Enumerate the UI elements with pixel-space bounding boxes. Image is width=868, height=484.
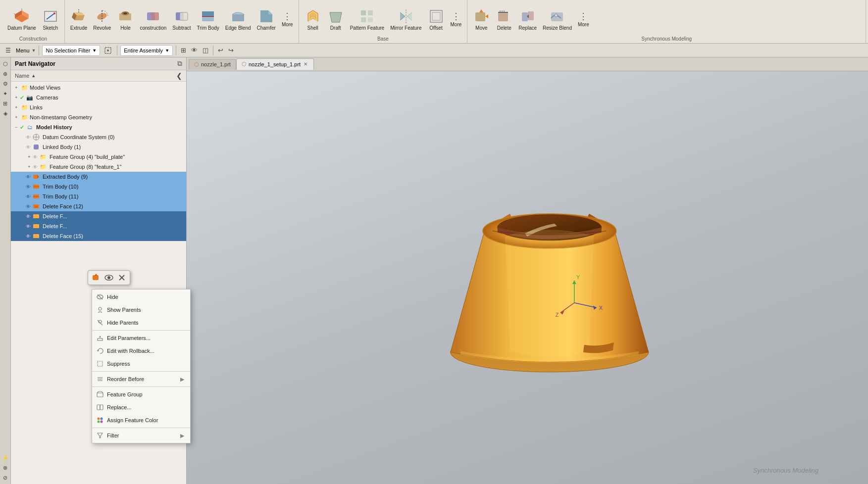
mini-show-button[interactable] xyxy=(103,272,115,284)
tree-item-model-history[interactable]: − ✔ 🗂 Model History xyxy=(11,122,186,132)
expander-cameras[interactable]: + xyxy=(13,94,20,101)
tb2-separator-4 xyxy=(213,46,213,55)
tab-nozzle1-label: nozzle_1.prt xyxy=(201,61,231,67)
mini-close-button[interactable] xyxy=(116,272,128,284)
selection-options-button[interactable] xyxy=(102,45,114,56)
sketch-label: Sketch xyxy=(43,25,58,31)
delete-btn[interactable]: Delete xyxy=(493,6,515,33)
selection-filter-dropdown[interactable]: No Selection Filter ▼ xyxy=(42,45,100,56)
pattern-feature-button[interactable]: Pattern Feature xyxy=(348,6,387,33)
left-icon-1[interactable]: ⬡ xyxy=(1,59,10,68)
mini-move-button[interactable] xyxy=(90,272,102,284)
left-icon-bottom-3[interactable]: ⊘ xyxy=(1,473,10,482)
chamfer-button[interactable]: Chamfer xyxy=(255,6,278,33)
snap-icon[interactable]: ⊞ xyxy=(179,46,188,55)
expander-fg8[interactable]: + xyxy=(26,163,33,170)
left-icon-bottom-1[interactable]: ⚡ xyxy=(1,453,10,462)
left-icon-bottom-2[interactable]: ⊗ xyxy=(1,463,10,472)
layer-icon[interactable]: ◫ xyxy=(201,46,210,55)
tree-item-cameras[interactable]: + ✔ 📷 Cameras xyxy=(11,93,186,102)
ctx-hide[interactable]: Hide xyxy=(92,290,190,303)
left-icon-6[interactable]: ◈ xyxy=(1,109,10,118)
delete-label: Delete xyxy=(497,25,511,31)
tree-item-non-timestamp[interactable]: + 📁 Non-timestamp Geometry xyxy=(11,112,186,122)
menu-toggle-button[interactable]: ☰ xyxy=(2,45,14,56)
unite-button[interactable]: construction xyxy=(137,6,169,33)
tab-nozzle1[interactable]: ⬡ nozzle_1.prt xyxy=(189,59,236,70)
tree-item-delete-15[interactable]: 👁 Delete Face (15) xyxy=(11,231,186,241)
base-more-button[interactable]: ⋮ More xyxy=(448,10,464,29)
nav-panel-undock[interactable]: ⧉ xyxy=(177,59,182,68)
extrude-button[interactable]: Extrude xyxy=(68,6,90,33)
left-icon-3[interactable]: ⚙ xyxy=(1,79,10,88)
tree-item-trim-11[interactable]: 👁 Trim Body (11) xyxy=(11,192,186,201)
tree-item-delete-13[interactable]: 👁 Delete F... xyxy=(11,211,186,221)
left-icon-4[interactable]: ✦ xyxy=(1,89,10,98)
feature-more-button[interactable]: ⋮ More xyxy=(279,10,296,29)
svg-rect-60 xyxy=(33,214,39,218)
ctx-feature-group[interactable]: Feature Group xyxy=(92,388,190,401)
ctx-edit-rollback[interactable]: Edit with Rollback... xyxy=(92,344,190,357)
redo-icon[interactable]: ↪ xyxy=(227,46,235,55)
ctx-edit-params[interactable]: Edit Parameters... xyxy=(92,332,190,344)
view-icon[interactable]: 👁 xyxy=(190,46,199,55)
tree-item-datum-coord[interactable]: 👁 Datum Coordinate System (0) xyxy=(11,132,186,142)
move-button[interactable]: Move xyxy=(470,6,492,33)
tree-item-delete-14[interactable]: 👁 Delete F... xyxy=(11,221,186,231)
tree-item-extracted-body[interactable]: 👁 Extracted Body (9) xyxy=(11,172,186,182)
nav-col-name: Name xyxy=(15,73,29,79)
tree-item-fg8[interactable]: + 👁 📁 Feature Group (8) "feature_1" xyxy=(11,162,186,172)
tree-item-model-views[interactable]: + 📁 Model Views xyxy=(11,83,186,93)
menu-label[interactable]: Menu xyxy=(16,48,30,53)
eye-icon-fg4: 👁 xyxy=(33,154,38,160)
left-icon-2[interactable]: ⊕ xyxy=(1,69,10,78)
replace-button[interactable]: Replace xyxy=(516,6,539,33)
tab-nozzle1setup[interactable]: ⬡ nozzle_1_setup_1.prt ✕ xyxy=(236,58,314,70)
subtract-button[interactable]: Subtract xyxy=(170,6,193,33)
svg-marker-26 xyxy=(268,10,272,14)
tree-item-linked-body[interactable]: 👁 Linked Body (1) xyxy=(11,142,186,152)
ctx-reorder[interactable]: Reorder Before ▶ xyxy=(92,373,190,386)
tab-nozzle1setup-close[interactable]: ✕ xyxy=(303,61,308,67)
datum-plane-button[interactable]: Datum Plane xyxy=(5,6,39,33)
ctx-suppress[interactable]: Suppress xyxy=(92,357,190,370)
nav-collapse-icon[interactable]: ❮ xyxy=(176,72,182,80)
tree-item-delete-12[interactable]: 👁 Delete Face (12) xyxy=(11,201,186,211)
ctx-filter[interactable]: Filter ▶ xyxy=(92,429,190,442)
expander-fg4[interactable]: + xyxy=(26,153,33,160)
trim-body-button[interactable]: Trim Body xyxy=(195,6,222,33)
offset-button[interactable]: Offset xyxy=(425,6,447,33)
feature-group-icon xyxy=(96,390,104,398)
expander-model-history[interactable]: − xyxy=(13,124,20,131)
ctx-replace[interactable]: Replace... xyxy=(92,401,190,414)
expander-model-views[interactable]: + xyxy=(13,84,20,91)
sync-modeling-group: Move Delete xyxy=(467,0,866,44)
ctx-assign-color[interactable]: Assign Feature Color xyxy=(92,414,190,427)
sync-modeling-label: Synchronous Modeling xyxy=(753,467,818,474)
undo-icon[interactable]: ↩ xyxy=(216,46,225,55)
nav-col-header[interactable]: Name ▲ ❮ xyxy=(11,70,186,82)
left-icon-5[interactable]: ⊞ xyxy=(1,99,10,108)
shell-button[interactable]: Shell xyxy=(302,6,324,33)
ctx-show-parents[interactable]: Show Parents xyxy=(92,303,190,316)
expander-links[interactable]: + xyxy=(13,104,20,111)
check-icon-cameras: ✔ xyxy=(20,95,24,101)
mirror-feature-button[interactable]: Mirror Feature xyxy=(388,6,424,33)
sketch-button[interactable]: Sketch xyxy=(40,6,61,33)
sync-more-button[interactable]: ⋮ More xyxy=(575,10,592,29)
ctx-hide-parents[interactable]: Hide Parents xyxy=(92,316,190,329)
hole-button[interactable]: Hole xyxy=(114,6,136,33)
assembly-filter-dropdown[interactable]: Entire Assembly ▼ xyxy=(120,45,173,56)
draft-button[interactable]: Draft xyxy=(325,6,347,33)
tree-item-trim-10[interactable]: 👁 Trim Body (10) xyxy=(11,182,186,192)
revolve-button[interactable]: Revolve xyxy=(91,6,113,33)
fg4-icon: 📁 xyxy=(39,153,47,161)
tree-item-links[interactable]: + 📁 Links xyxy=(11,102,186,112)
edge-blend-button[interactable]: Edge Blend xyxy=(223,6,254,33)
resize-blend-button[interactable]: Resize Blend xyxy=(540,6,574,33)
tree-item-fg4[interactable]: + 👁 📁 Feature Group (4) "build_plate" xyxy=(11,152,186,162)
viewport-inner[interactable]: X Y Z Synchronous Modeling xyxy=(187,71,868,484)
feature-more-label: More xyxy=(282,22,293,27)
svg-rect-28 xyxy=(361,10,366,15)
expander-non-timestamp[interactable]: + xyxy=(13,114,20,121)
